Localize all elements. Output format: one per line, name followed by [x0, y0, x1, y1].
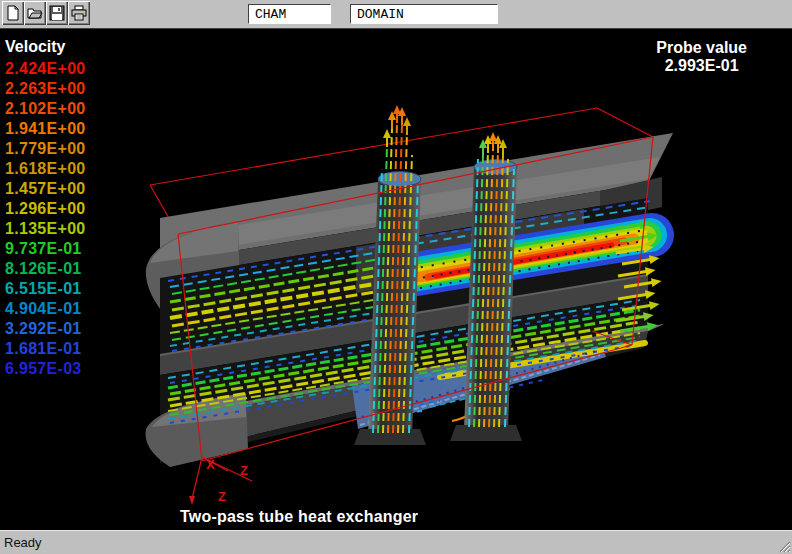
domain-field[interactable]: DOMAIN: [350, 4, 498, 24]
legend-item: 1.296E+00: [5, 200, 86, 220]
probe-label: Probe value: [656, 39, 747, 57]
legend-item: 1.681E-01: [5, 340, 86, 360]
new-document-icon: [5, 5, 21, 21]
legend-item: 1.135E+00: [5, 220, 86, 240]
cfd-scene: X Z Z: [0, 29, 792, 530]
legend-item: 4.904E-01: [5, 300, 86, 320]
cham-field[interactable]: CHAM: [248, 4, 331, 24]
printer-icon: [71, 5, 87, 21]
print-button[interactable]: [68, 1, 90, 25]
axis-indicator: X Z Z: [189, 457, 252, 505]
status-bar: Ready: [0, 530, 792, 554]
toolbar: CHAM DOMAIN: [0, 0, 792, 29]
save-floppy-icon: [49, 5, 65, 21]
axis-x-label: X: [206, 457, 215, 472]
resize-grip-icon[interactable]: [778, 540, 791, 553]
open-file-button[interactable]: [24, 1, 46, 25]
open-folder-icon: [27, 5, 43, 21]
legend-item: 2.263E+00: [5, 80, 86, 100]
legend-item: 1.779E+00: [5, 140, 86, 160]
save-button[interactable]: [46, 1, 68, 25]
legend-item: 1.941E+00: [5, 120, 86, 140]
legend-item: 3.292E-01: [5, 320, 86, 340]
probe-readout: Probe value 2.993E-01: [656, 39, 747, 75]
application-window: { "toolbar": { "buttons": [ {"name": "ne…: [0, 0, 792, 554]
legend-item: 8.126E-01: [5, 260, 86, 280]
legend-item: 2.102E+00: [5, 100, 86, 120]
probe-value: 2.993E-01: [656, 57, 747, 75]
legend-item: 1.457E+00: [5, 180, 86, 200]
legend-title: Velocity: [5, 38, 86, 60]
legend-item: 6.515E-01: [5, 280, 86, 300]
legend-item: 9.737E-01: [5, 240, 86, 260]
status-text: Ready: [4, 535, 42, 550]
axis-z2-label: Z: [218, 489, 226, 504]
scene-caption: Two-pass tube heat exchanger: [180, 508, 418, 526]
axis-z-label: Z: [240, 463, 248, 478]
legend-item: 2.424E+00: [5, 60, 86, 80]
viewport-3d[interactable]: X Z Z Velocity 2.424E+00 2.263E+00 2.102…: [0, 29, 792, 530]
new-document-button[interactable]: [2, 1, 24, 25]
legend-item: 6.957E-03: [5, 360, 86, 380]
legend-item: 1.618E+00: [5, 160, 86, 180]
velocity-legend: Velocity 2.424E+00 2.263E+00 2.102E+00 1…: [5, 38, 86, 380]
